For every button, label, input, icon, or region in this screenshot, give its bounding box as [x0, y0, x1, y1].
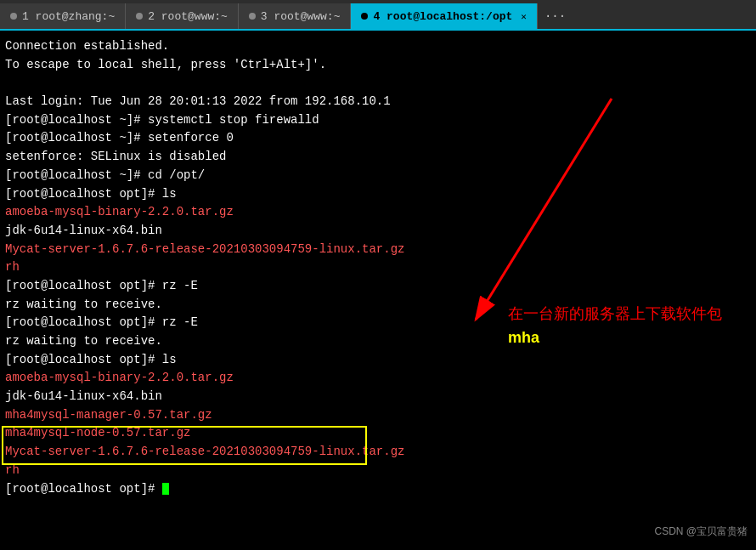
- line-19: amoeba-mysql-binary-2.2.0.tar.gz: [5, 369, 751, 388]
- annotation-box: 在一台新的服务器上下载软件包 mha: [508, 303, 722, 350]
- close-icon[interactable]: ✕: [521, 11, 527, 22]
- tab-3[interactable]: 3 root@www:~: [239, 3, 352, 29]
- line-4: Last login: Tue Jun 28 20:01:13 2022 fro…: [5, 93, 751, 111]
- line-22: mha4mysql-node-0.57.tar.gz: [5, 424, 751, 443]
- tab-bar: 1 root@zhang:~ 2 root@www:~ 3 root@www:~…: [0, 0, 756, 31]
- line-18: [root@localhost opt]# ls: [5, 351, 751, 370]
- line-3: [5, 74, 751, 93]
- line-8: [root@localhost ~]# cd /opt/: [5, 167, 751, 185]
- annotation-zh-text: 在一台新的服务器上下载软件包: [508, 303, 722, 326]
- terminal: Connection established. To escape to loc…: [0, 31, 756, 550]
- line-2: To escape to local shell, press 'Ctrl+Al…: [5, 56, 751, 75]
- line-14: [root@localhost opt]# rz -E: [5, 277, 751, 296]
- annotation-mha-label: mha: [508, 326, 722, 350]
- line-7: setenforce: SELinux is disabled: [5, 148, 751, 167]
- line-1: Connection established.: [5, 37, 751, 56]
- tab-more-button[interactable]: ···: [538, 3, 573, 29]
- line-12: Mycat-server-1.6.7.6-release-20210303094…: [5, 241, 751, 259]
- line-20: jdk-6u14-linux-x64.bin: [5, 388, 751, 406]
- line-10: amoeba-mysql-binary-2.2.0.tar.gz: [5, 203, 751, 222]
- tab-1[interactable]: 1 root@zhang:~: [0, 3, 126, 29]
- tab-4[interactable]: 4 root@localhost:/opt ✕: [351, 3, 537, 29]
- line-11: jdk-6u14-linux-x64.bin: [5, 222, 751, 241]
- line-5: [root@localhost ~]# systemctl stop firew…: [5, 111, 751, 130]
- tab-2[interactable]: 2 root@www:~: [126, 3, 239, 29]
- cursor-blink: [162, 483, 169, 495]
- line-21: mha4mysql-manager-0.57.tar.gz: [5, 406, 751, 425]
- line-13: rh: [5, 258, 751, 277]
- line-24: rh: [5, 462, 751, 480]
- line-9: [root@localhost opt]# ls: [5, 185, 751, 204]
- watermark: CSDN @宝贝富贵猪: [654, 524, 748, 540]
- line-25: [root@localhost opt]#: [5, 480, 751, 499]
- line-6: [root@localhost ~]# setenforce 0: [5, 129, 751, 148]
- line-23: Mycat-server-1.6.7.6-release-20210303094…: [5, 443, 751, 462]
